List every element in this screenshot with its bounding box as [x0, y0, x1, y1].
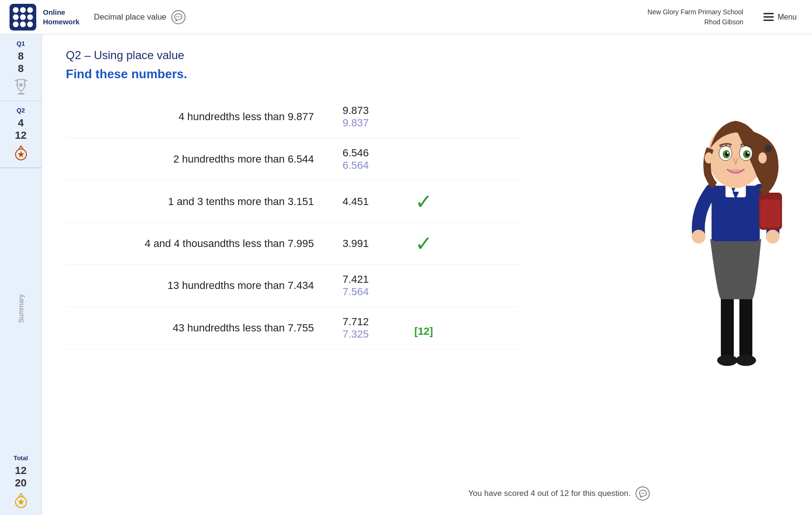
- questions-list: 4 hundredths less than 9.877 9.873 9.837…: [66, 96, 519, 350]
- sidebar-total-section: Total 12 20: [0, 449, 42, 515]
- q5-bracket: [12]: [414, 325, 433, 337]
- question-row-4: 13 hundredths more than 7.434 7.421 7.56…: [66, 265, 519, 307]
- sidebar-q2-score: 4: [18, 117, 23, 129]
- sidebar-summary[interactable]: Summary: [0, 168, 42, 449]
- q5-mark: [12]: [405, 317, 443, 340]
- q3-answer-block: 3.991: [343, 237, 405, 250]
- q4-user-answer: 7.421: [343, 273, 369, 286]
- svg-marker-4: [17, 151, 24, 157]
- score-bubble-icon[interactable]: 💬: [635, 486, 650, 501]
- q0-user-answer: 9.873: [343, 104, 369, 117]
- sidebar-q1-section[interactable]: Q1 8 8: [0, 34, 42, 101]
- sidebar-q2-label: Q2: [17, 107, 25, 114]
- sidebar: Q1 8 8 Q2 4 12: [0, 34, 42, 515]
- task-name: Decimal place value 💬: [94, 10, 186, 24]
- question-row-5: 43 hundredths less than 7.755 7.712 7.32…: [66, 307, 519, 350]
- task-bubble-icon[interactable]: 💬: [171, 10, 186, 24]
- question-row-1: 2 hundredths more than 6.544 6.546 6.564: [66, 138, 519, 181]
- svg-rect-13: [721, 295, 734, 360]
- q0-correct-answer: 9.837: [343, 117, 369, 129]
- header-right: New Glory Farm Primary School Rhod Gibso…: [647, 7, 802, 27]
- q3-text: 4 and 4 thousandths less than 7.995: [66, 237, 343, 250]
- question-title: Q2 – Using place value: [66, 49, 793, 62]
- svg-rect-14: [739, 295, 752, 360]
- question-row-3: 4 and 4 thousandths less than 7.995 3.99…: [66, 223, 519, 265]
- svg-point-36: [705, 152, 713, 163]
- app-logo: [10, 4, 36, 31]
- svg-point-27: [764, 145, 772, 153]
- sidebar-q1-label: Q1: [17, 40, 25, 47]
- question-row-2: 1 and 3 tenths more than 3.151 4.451 ✓: [66, 181, 519, 223]
- sidebar-q1-max: 8: [18, 62, 23, 75]
- svg-point-16: [736, 355, 756, 366]
- q1-badge: [12, 78, 30, 96]
- q5-user-answer: 7.712: [343, 316, 369, 328]
- q2-user-answer: 4.451: [343, 196, 369, 208]
- sidebar-q1-score: 8: [18, 50, 23, 62]
- q1-correct-answer: 6.564: [343, 159, 369, 172]
- total-badge: [12, 492, 30, 510]
- svg-point-34: [727, 152, 729, 154]
- q2-badge: [12, 144, 30, 163]
- q3-mark: ✓: [405, 231, 443, 256]
- svg-rect-24: [760, 200, 781, 227]
- q1-text: 2 hundredths more than 6.544: [66, 153, 343, 165]
- q3-user-answer: 3.991: [343, 237, 369, 250]
- main-layout: Q1 8 8 Q2 4 12: [0, 34, 812, 515]
- sidebar-total-max: 20: [15, 477, 26, 489]
- svg-rect-1: [18, 93, 24, 94]
- svg-point-15: [717, 355, 738, 366]
- svg-point-21: [692, 230, 706, 244]
- svg-point-12: [20, 493, 22, 495]
- school-info: New Glory Farm Primary School Rhod Gibso…: [647, 7, 743, 27]
- svg-point-37: [759, 152, 767, 163]
- q5-answer-block: 7.712 7.325: [343, 316, 405, 340]
- q0-text: 4 hundredths less than 9.877: [66, 111, 343, 123]
- svg-marker-2: [18, 82, 23, 87]
- q1-answer-block: 6.546 6.564: [343, 147, 405, 172]
- svg-marker-9: [17, 498, 24, 505]
- app-name: OnlineHomework: [43, 8, 80, 26]
- svg-point-22: [766, 230, 780, 244]
- header: OnlineHomework Decimal place value 💬 New…: [0, 0, 812, 34]
- sidebar-total-label: Total: [13, 454, 28, 462]
- score-text: You have scored 4 out of 12 for this que…: [468, 486, 650, 501]
- q1-user-answer: 6.546: [343, 147, 369, 159]
- q0-answer-block: 9.873 9.837: [343, 104, 405, 129]
- svg-point-35: [747, 152, 749, 154]
- sidebar-total-score: 12: [15, 464, 26, 477]
- q5-text: 43 hundredths less than 7.755: [66, 322, 343, 334]
- q4-answer-block: 7.421 7.564: [343, 273, 405, 298]
- q5-correct-answer: 7.325: [343, 328, 369, 340]
- q2-text: 1 and 3 tenths more than 3.151: [66, 196, 343, 208]
- svg-point-7: [20, 145, 22, 147]
- q4-text: 13 hundredths more than 7.434: [66, 279, 343, 292]
- menu-button[interactable]: Menu: [758, 9, 802, 25]
- sidebar-q2-section[interactable]: Q2 4 12: [0, 101, 42, 168]
- q2-mark: ✓: [405, 189, 443, 214]
- sidebar-q2-max: 12: [15, 129, 26, 142]
- question-row-0: 4 hundredths less than 9.877 9.873 9.837: [66, 96, 519, 138]
- menu-icon: [763, 13, 774, 21]
- character-illustration: [669, 63, 802, 387]
- content-area: Q2 – Using place value Find these number…: [42, 34, 812, 515]
- q2-answer-block: 4.451: [343, 196, 405, 208]
- q4-correct-answer: 7.564: [343, 286, 369, 298]
